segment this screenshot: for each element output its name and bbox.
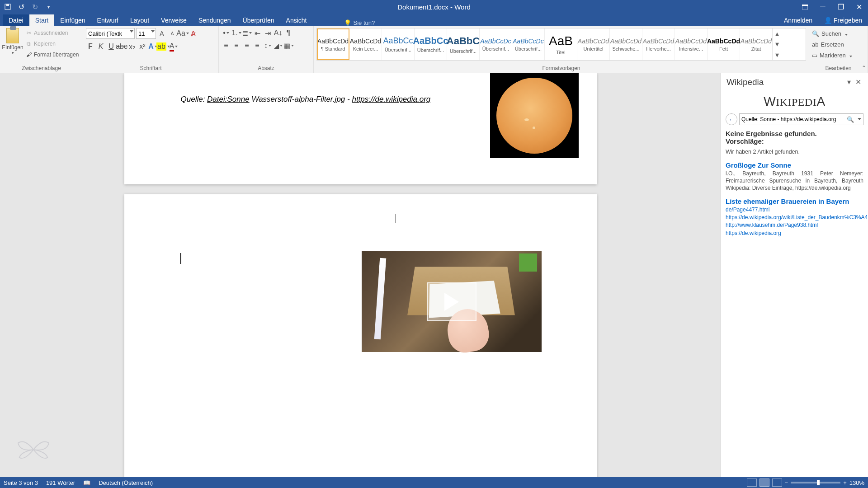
tab-layout[interactable]: Layout	[124, 14, 155, 26]
bullets-button[interactable]: •	[222, 28, 231, 38]
result-2-link-1[interactable]: https://de.wikipedia.org/wiki/Liste_der_…	[726, 214, 863, 221]
taskpane-menu-icon[interactable]: ▾	[845, 77, 853, 87]
sun-image[interactable]	[490, 73, 579, 158]
shrink-font-button[interactable]: A	[168, 28, 177, 38]
taskpane-close-button[interactable]: ✕	[853, 77, 863, 87]
change-case-button[interactable]: Aa	[178, 28, 187, 38]
read-mode-button[interactable]	[747, 479, 757, 487]
style-item[interactable]: AaBbCcDd¶ Standard	[317, 28, 349, 60]
grow-font-button[interactable]: A	[157, 28, 166, 38]
font-name-combo[interactable]: Calibri (Textk	[86, 28, 135, 39]
justify-button[interactable]: ≡	[253, 41, 262, 51]
style-item[interactable]: AaBbCcDdFett	[708, 28, 740, 60]
taskpane-search-input[interactable]	[741, 116, 861, 122]
style-item[interactable]: AaBbCcDdUntertitel	[577, 28, 610, 60]
zoom-out-button[interactable]: −	[785, 479, 788, 486]
borders-button[interactable]: ▦	[284, 41, 293, 51]
line-spacing-button[interactable]: ↕	[263, 41, 272, 51]
style-item[interactable]: AaBbCcDdZitat	[740, 28, 773, 60]
style-item[interactable]: AaBbCcDcÜberschrif...	[480, 28, 512, 60]
share-button[interactable]: 👤 Freigeben	[818, 14, 868, 26]
show-marks-button[interactable]: ¶	[284, 28, 293, 38]
style-item[interactable]: AaBbCcDcÜberschrif...	[512, 28, 545, 60]
numbering-button[interactable]: 1.	[232, 28, 241, 38]
strikethrough-button[interactable]: abc	[117, 42, 126, 52]
tab-view[interactable]: Ansicht	[280, 14, 313, 26]
web-layout-button[interactable]	[772, 479, 782, 487]
caption-file-link[interactable]: Datei:Sonne	[207, 95, 250, 103]
result-1-title[interactable]: Großloge Zur Sonne	[726, 161, 863, 169]
align-center-button[interactable]: ≡	[232, 41, 241, 51]
tab-mailings[interactable]: Sendungen	[193, 14, 237, 26]
result-2-link-3[interactable]: https://de.wikipedia.org	[726, 230, 863, 237]
decrease-indent-button[interactable]: ⇤	[253, 28, 262, 38]
find-button[interactable]: 🔍Suchen	[812, 28, 865, 39]
sort-button[interactable]: A↓	[274, 28, 283, 38]
italic-button[interactable]: K	[96, 42, 105, 52]
close-button[interactable]: ✕	[850, 0, 868, 14]
search-icon[interactable]: 🔍	[847, 116, 854, 123]
taskpane-back-button[interactable]: ←	[726, 113, 737, 125]
tab-references[interactable]: Verweise	[155, 14, 193, 26]
styles-gallery[interactable]: AaBbCcDd¶ StandardAaBbCcDdKein Leer...Aa…	[316, 28, 806, 61]
zoom-thumb[interactable]	[817, 480, 820, 485]
caption-url-link[interactable]: https://de.wikipedia.org	[352, 95, 430, 103]
paste-button[interactable]: Einfügen ▾	[3, 28, 23, 60]
increase-indent-button[interactable]: ⇥	[263, 28, 272, 38]
style-item[interactable]: AaBbCcÜberschrif...	[382, 28, 415, 60]
video-play-button[interactable]	[427, 282, 476, 321]
result-2-title[interactable]: Liste ehemaliger Brauereien in Bayern	[726, 197, 863, 205]
text-effects-button[interactable]: A	[148, 42, 157, 52]
superscript-button[interactable]: x²	[138, 42, 147, 52]
multilevel-list-button[interactable]: ≣	[242, 28, 251, 38]
zoom-in-button[interactable]: +	[843, 479, 847, 486]
underline-button[interactable]: U	[107, 42, 116, 52]
replace-button[interactable]: abErsetzen	[812, 39, 865, 50]
tab-insert[interactable]: Einfügen	[54, 14, 91, 26]
qat-customize-icon[interactable]: ▾	[43, 2, 53, 12]
sign-in-button[interactable]: Anmelden	[778, 14, 818, 26]
styles-scroll-down[interactable]: ▾	[773, 39, 781, 49]
font-size-combo[interactable]: 11	[136, 28, 156, 39]
style-item[interactable]: AaBbCÜberschrif...	[447, 28, 480, 60]
tab-design[interactable]: Entwurf	[91, 14, 124, 26]
restore-button[interactable]: ❐	[832, 0, 850, 14]
cut-button[interactable]: ✂Ausschneiden	[25, 28, 79, 38]
style-item[interactable]: AaBbCcDdKein Leer...	[349, 28, 382, 60]
clear-formatting-button[interactable]: A̷	[189, 28, 198, 38]
redo-button[interactable]: ↻	[30, 2, 40, 12]
align-right-button[interactable]: ≡	[242, 41, 251, 51]
page-indicator[interactable]: Seite 3 von 3	[4, 479, 38, 486]
select-button[interactable]: ▭Markieren	[812, 50, 865, 61]
minimize-button[interactable]: ─	[814, 0, 832, 14]
bold-button[interactable]: F	[86, 42, 95, 52]
align-left-button[interactable]: ≡	[222, 41, 231, 51]
tab-start[interactable]: Start	[29, 14, 55, 26]
save-icon[interactable]	[3, 2, 13, 12]
proofing-icon[interactable]: 📖	[83, 479, 90, 486]
tell-me-search[interactable]: 💡 Sie tun?	[344, 19, 375, 26]
subscript-button[interactable]: x₂	[127, 42, 137, 52]
result-2-link-2[interactable]: http://www.klausehm.de/Page938.html	[726, 221, 863, 229]
style-item[interactable]: AaBTitel	[545, 28, 577, 60]
print-layout-button[interactable]	[760, 479, 769, 487]
style-item[interactable]: AaBbCcDdSchwache...	[610, 28, 642, 60]
tab-file[interactable]: Datei	[3, 14, 29, 26]
style-item[interactable]: AaBbCcDdIntensive...	[675, 28, 708, 60]
font-color-button[interactable]: A	[169, 42, 178, 52]
highlight-button[interactable]: ab	[159, 42, 168, 52]
style-item[interactable]: AaBbCcDdHervorhe...	[642, 28, 675, 60]
language-indicator[interactable]: Deutsch (Österreich)	[99, 479, 153, 486]
styles-more-button[interactable]: ▾	[773, 50, 781, 60]
zoom-slider[interactable]	[791, 482, 840, 483]
document-canvas[interactable]: Quelle: Datei:Sonne Wasserstoff-alpha-Fi…	[0, 73, 721, 477]
search-dropdown-icon[interactable]	[858, 118, 861, 120]
styles-scroll-up[interactable]: ▴	[773, 28, 781, 39]
zoom-level[interactable]: 130%	[849, 479, 864, 486]
format-painter-button[interactable]: 🖌Format übertragen	[25, 50, 79, 60]
copy-button[interactable]: ⧉Kopieren	[25, 39, 79, 49]
tab-review[interactable]: Überprüfen	[237, 14, 280, 26]
taskpane-search-box[interactable]: 🔍	[739, 113, 863, 125]
collapse-ribbon-button[interactable]: ⌃	[862, 65, 866, 71]
ribbon-display-options-icon[interactable]	[796, 0, 814, 14]
